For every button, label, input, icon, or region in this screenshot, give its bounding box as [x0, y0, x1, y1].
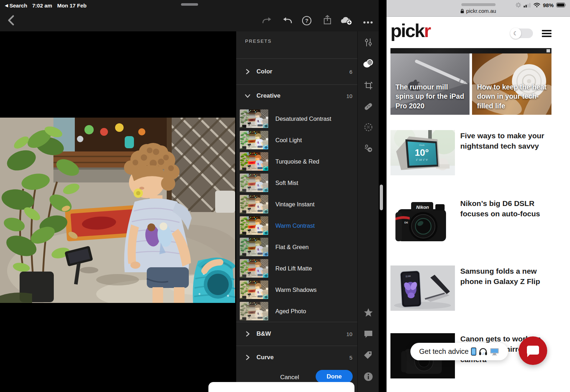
featured-article-ipad[interactable]: The rumour mill spins up for the iPad Pr… [390, 53, 470, 115]
preset-item[interactable]: Desaturated Contrast [240, 109, 354, 128]
back-button[interactable] [6, 14, 17, 26]
preset-item[interactable]: Turquoise & Red [240, 152, 354, 171]
safari-app: 98% pickr.com.au pickr ☾ The rumour mi [387, 0, 570, 392]
url-bar[interactable]: pickr.com.au [387, 8, 570, 14]
logo-text-red: r [424, 20, 430, 41]
preset-group-curve[interactable]: Curve 5 [236, 346, 357, 369]
article-zflip[interactable]: 11:00 Samsung folds a new phone in Galax… [390, 265, 551, 311]
more-options-button[interactable] [361, 16, 375, 29]
svg-text:♫: ♫ [482, 351, 485, 355]
tag-icon[interactable] [362, 349, 375, 362]
cellular-signal-icon [524, 2, 531, 7]
preset-thumbnail [240, 174, 268, 192]
share-button[interactable] [321, 13, 334, 27]
menu-button[interactable] [542, 30, 551, 37]
moon-icon: ☾ [510, 28, 521, 39]
group-label: Color [256, 68, 272, 75]
group-count: 6 [349, 69, 352, 75]
battery-percent: 98% [543, 2, 554, 8]
svg-text:?: ? [305, 17, 308, 24]
cloud-sync-icon[interactable] [340, 14, 353, 28]
chevron-right-icon [245, 355, 250, 360]
computer-emoji-icon [490, 348, 499, 356]
featured-article-fan[interactable]: How to keep the heat down in your tech-f… [472, 53, 551, 115]
presets-tool-icon-active[interactable] [362, 57, 375, 70]
healing-brush-icon[interactable] [362, 100, 375, 113]
preset-item[interactable]: Soft Mist [240, 174, 354, 192]
svg-text:1° 16' 1° 9': 1° 16' 1° 9' [416, 159, 428, 161]
chat-advice-pill[interactable]: Get tech advice ♫ [410, 343, 508, 360]
masking-tool-icon[interactable] [362, 121, 375, 134]
group-label: B&W [256, 330, 271, 337]
svg-text:11:00: 11:00 [405, 275, 411, 278]
nikon-camera-image: Nikon D6 [390, 198, 455, 243]
panel-title: PRESETS [245, 38, 272, 44]
preset-group-creative[interactable]: Creative 10 [236, 85, 357, 107]
group-label: Curve [256, 354, 274, 361]
preset-label: Warm Contrast [275, 222, 315, 229]
group-count: 10 [346, 93, 352, 99]
preset-thumbnail [240, 238, 268, 256]
preset-thumbnail [240, 152, 268, 171]
preset-thumbnail [240, 195, 268, 213]
article-nightstand[interactable]: 10° 1° 16' 1° 9' Clock Five ways to make… [390, 130, 551, 175]
star-rating-icon[interactable] [362, 306, 375, 319]
splitview-drag-handle[interactable] [380, 185, 383, 210]
back-app-label: Search [9, 2, 27, 9]
info-icon[interactable] [362, 370, 375, 383]
cancel-button[interactable]: Cancel [274, 374, 306, 381]
activity-spinner-icon [515, 2, 521, 8]
preset-group-bw[interactable]: B&W 10 [236, 322, 357, 346]
versions-tool-icon[interactable] [362, 141, 375, 154]
preset-thumbnail [240, 280, 268, 299]
headphones-emoji-icon: ♫ [479, 348, 487, 356]
preset-item-selected[interactable]: Warm Contrast [240, 216, 354, 235]
site-header: pickr ☾ [387, 17, 570, 48]
edited-photo[interactable] [0, 118, 235, 303]
preset-item[interactable]: Red Lift Matte [240, 259, 354, 278]
previous-article-strip [390, 48, 551, 53]
comment-icon[interactable] [362, 328, 375, 341]
preset-item[interactable]: Warm Shadows [240, 280, 354, 299]
undo-button[interactable] [281, 14, 294, 27]
ipad-splitscreen: ◀ Search 7:02 am Mon 17 Feb ? [0, 0, 570, 392]
article-nikon[interactable]: Nikon D6 Nikon’s big D6 DSLR focuses on … [390, 198, 551, 243]
preset-item[interactable]: Vintage Instant [240, 195, 354, 213]
logo-text-black: pick [390, 20, 424, 41]
preset-label: Warm Shadows [275, 287, 317, 293]
dark-mode-toggle[interactable]: ☾ [511, 29, 533, 38]
nikon-logo-label: Nikon [416, 205, 429, 210]
chevron-down-icon [245, 93, 250, 99]
preset-group-color[interactable]: Color 6 [236, 59, 357, 84]
smart-clock-image: 10° 1° 16' 1° 9' Clock [390, 130, 455, 175]
chevron-right-icon [245, 69, 250, 74]
preset-label: Cool Light [275, 137, 302, 144]
chat-button[interactable] [519, 336, 547, 365]
crop-tool-icon[interactable] [362, 79, 375, 92]
multitask-handle[interactable] [181, 3, 198, 6]
adjust-sliders-icon[interactable] [362, 36, 375, 49]
preset-thumbnail [240, 302, 268, 320]
preset-label: Desaturated Contrast [275, 115, 331, 122]
help-button[interactable]: ? [300, 14, 314, 27]
preset-thumbnail [240, 216, 268, 235]
preset-item[interactable]: Flat & Green [240, 238, 354, 256]
edit-tool-rail [357, 31, 379, 392]
presets-panel: PRESETS Color 6 Creative 10 [236, 31, 357, 392]
galaxy-zflip-image: 11:00 [390, 265, 455, 311]
done-button[interactable]: Done [316, 370, 353, 383]
multitask-handle[interactable] [461, 3, 496, 6]
wifi-icon [533, 2, 540, 7]
back-to-app-icon[interactable]: ◀ Search [5, 2, 27, 9]
group-count: 10 [346, 331, 352, 337]
chat-bubble-icon [527, 346, 539, 355]
redo-button[interactable] [260, 14, 274, 27]
clock-temp-label: 10° [415, 147, 429, 158]
clock-time: 7:02 am [32, 2, 52, 9]
photo-canvas [0, 31, 236, 392]
preset-item[interactable]: Cool Light [240, 131, 354, 149]
preset-thumbnail [240, 131, 268, 149]
preset-item[interactable]: Aged Photo [240, 302, 354, 320]
bottom-sheet[interactable] [208, 382, 354, 392]
pickr-logo[interactable]: pickr [390, 21, 430, 40]
